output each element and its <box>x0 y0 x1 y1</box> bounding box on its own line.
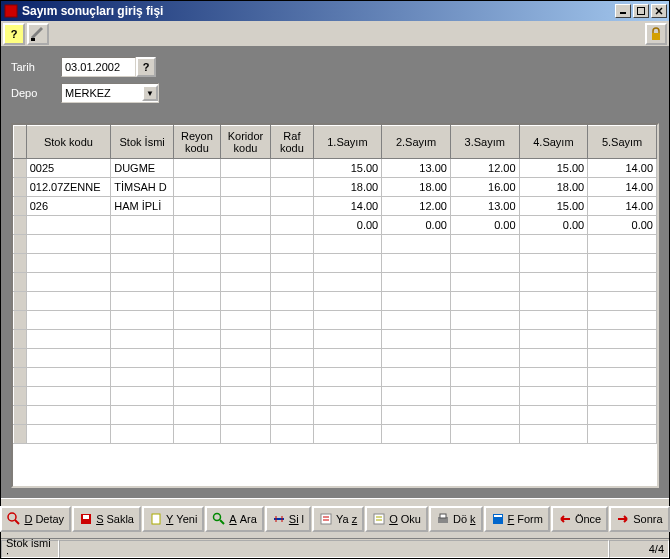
cell[interactable] <box>588 273 657 292</box>
cell[interactable] <box>450 425 519 444</box>
cell[interactable] <box>313 387 382 406</box>
cell[interactable] <box>174 311 220 330</box>
cell[interactable] <box>220 406 271 425</box>
cell[interactable] <box>313 292 382 311</box>
cell[interactable] <box>588 406 657 425</box>
cell[interactable] <box>111 330 174 349</box>
table-row[interactable] <box>14 330 657 349</box>
sonra-button[interactable]: Sonra <box>609 506 669 532</box>
cell[interactable] <box>220 254 271 273</box>
cell[interactable] <box>519 349 588 368</box>
cell[interactable] <box>220 178 271 197</box>
cell[interactable] <box>174 254 220 273</box>
cell[interactable] <box>26 406 111 425</box>
cell[interactable] <box>26 387 111 406</box>
cell[interactable]: 14.00 <box>588 197 657 216</box>
table-row[interactable] <box>14 311 657 330</box>
col-sayim-5[interactable]: 5.Sayım <box>588 126 657 159</box>
cell[interactable] <box>111 311 174 330</box>
minimize-button[interactable] <box>615 4 631 18</box>
cell[interactable] <box>519 311 588 330</box>
cell[interactable] <box>382 387 451 406</box>
cell[interactable] <box>382 406 451 425</box>
cell[interactable] <box>588 235 657 254</box>
cell[interactable] <box>111 216 174 235</box>
cell[interactable] <box>111 235 174 254</box>
cell[interactable]: DUGME <box>111 159 174 178</box>
cell[interactable] <box>271 197 313 216</box>
col-koridor-kodu[interactable]: Koridor kodu <box>220 126 271 159</box>
cell[interactable] <box>26 216 111 235</box>
cell[interactable] <box>271 254 313 273</box>
cell[interactable] <box>450 311 519 330</box>
oku-button[interactable]: OOku <box>365 506 428 532</box>
cell[interactable] <box>26 273 111 292</box>
table-row[interactable] <box>14 406 657 425</box>
col-sayim-4[interactable]: 4.Sayım <box>519 126 588 159</box>
cell[interactable] <box>174 178 220 197</box>
cell[interactable]: 12.00 <box>382 197 451 216</box>
cell[interactable] <box>382 273 451 292</box>
cell[interactable]: 0.00 <box>450 216 519 235</box>
cell[interactable] <box>271 159 313 178</box>
cell[interactable]: 13.00 <box>450 197 519 216</box>
cell[interactable] <box>382 254 451 273</box>
cell[interactable]: 0.00 <box>382 216 451 235</box>
cell[interactable] <box>382 425 451 444</box>
cell[interactable] <box>271 273 313 292</box>
cell[interactable]: 0025 <box>26 159 111 178</box>
cell[interactable] <box>26 292 111 311</box>
cell[interactable] <box>26 254 111 273</box>
cell[interactable] <box>220 387 271 406</box>
cell[interactable] <box>111 273 174 292</box>
cell[interactable] <box>220 197 271 216</box>
cell[interactable]: 026 <box>26 197 111 216</box>
cell[interactable] <box>26 368 111 387</box>
lock-button[interactable] <box>645 23 667 45</box>
cell[interactable] <box>450 292 519 311</box>
cell[interactable] <box>450 235 519 254</box>
cell[interactable] <box>588 311 657 330</box>
cell[interactable] <box>111 406 174 425</box>
detay-button[interactable]: DDetay <box>0 506 71 532</box>
col-sayim-1[interactable]: 1.Sayım <box>313 126 382 159</box>
date-input[interactable] <box>61 57 136 77</box>
help-button[interactable]: ? <box>3 23 25 45</box>
cell[interactable]: 15.00 <box>519 197 588 216</box>
cell[interactable] <box>588 425 657 444</box>
cell[interactable] <box>220 235 271 254</box>
cell[interactable] <box>174 197 220 216</box>
cell[interactable] <box>519 292 588 311</box>
cell[interactable]: 13.00 <box>382 159 451 178</box>
cell[interactable]: 14.00 <box>588 178 657 197</box>
col-sayim-3[interactable]: 3.Sayım <box>450 126 519 159</box>
cell[interactable] <box>26 425 111 444</box>
table-row[interactable] <box>14 235 657 254</box>
grid[interactable]: Stok kodu Stok İsmi Reyon kodu Koridor k… <box>11 123 659 488</box>
date-lookup-button[interactable]: ? <box>136 57 156 77</box>
cell[interactable] <box>313 235 382 254</box>
cell[interactable] <box>271 292 313 311</box>
cell[interactable] <box>220 311 271 330</box>
cell[interactable] <box>519 425 588 444</box>
cell[interactable] <box>588 254 657 273</box>
cell[interactable] <box>588 330 657 349</box>
cell[interactable] <box>271 330 313 349</box>
cell[interactable]: 012.07ZENNE <box>26 178 111 197</box>
cell[interactable] <box>382 349 451 368</box>
table-row[interactable]: 026HAM İPLİ14.0012.0013.0015.0014.00 <box>14 197 657 216</box>
maximize-button[interactable] <box>633 4 649 18</box>
cell[interactable] <box>450 406 519 425</box>
cell[interactable] <box>313 330 382 349</box>
yeni-button[interactable]: YYeni <box>142 506 204 532</box>
table-row[interactable] <box>14 273 657 292</box>
table-row[interactable] <box>14 425 657 444</box>
table-row[interactable] <box>14 387 657 406</box>
table-row[interactable] <box>14 292 657 311</box>
cell[interactable] <box>174 406 220 425</box>
col-raf-kodu[interactable]: Raf kodu <box>271 126 313 159</box>
cell[interactable] <box>519 368 588 387</box>
cell[interactable] <box>450 273 519 292</box>
cell[interactable]: 0.00 <box>519 216 588 235</box>
close-button[interactable] <box>651 4 667 18</box>
